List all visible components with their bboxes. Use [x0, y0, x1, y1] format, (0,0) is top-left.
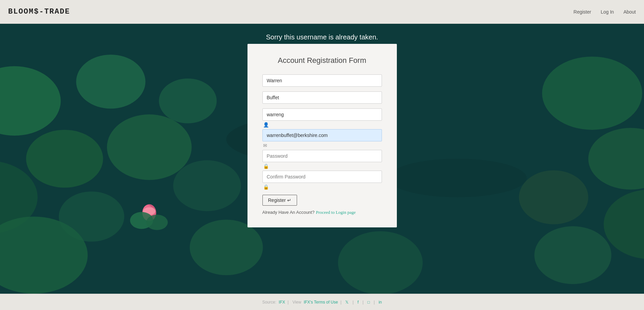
- svg-point-4: [76, 55, 145, 109]
- first-name-input[interactable]: [262, 74, 382, 87]
- person-icon: 👤: [263, 122, 382, 128]
- password-group: 🔒: [262, 150, 382, 169]
- proceed-to-login-link[interactable]: Proceed to Login page: [316, 210, 355, 215]
- username-group: 👤: [262, 108, 382, 128]
- brand-logo: BLOOM$-TRADE: [8, 7, 70, 16]
- linkedin-icon[interactable]: in: [379, 300, 382, 305]
- footer-divider-3: |: [351, 300, 355, 305]
- footer-divider-5: |: [372, 300, 376, 305]
- svg-point-23: [159, 79, 217, 123]
- navbar: BLOOM$-TRADE Register Log In About: [0, 0, 644, 24]
- footer-divider-1: |: [287, 300, 290, 305]
- confirm-password-group: 🔒: [262, 171, 382, 190]
- register-nav-link[interactable]: Register: [573, 9, 591, 15]
- login-nav-link[interactable]: Log In: [601, 9, 614, 15]
- envelope-icon: ✉: [263, 143, 382, 149]
- lock2-icon: 🔒: [263, 184, 382, 190]
- instagram-icon[interactable]: □: [367, 300, 370, 305]
- svg-point-20: [146, 214, 168, 230]
- svg-point-2: [26, 130, 103, 188]
- email-input[interactable]: [262, 129, 382, 141]
- svg-point-24: [173, 160, 241, 211]
- about-nav-link[interactable]: About: [623, 9, 636, 15]
- username-input[interactable]: [262, 108, 382, 121]
- footer-terms-link[interactable]: IFX's Terms of Use: [304, 300, 338, 305]
- error-message: Sorry this username is already taken.: [0, 24, 644, 44]
- svg-point-5: [107, 115, 192, 180]
- svg-point-22: [388, 159, 527, 197]
- main-area: Sorry this username is already taken. Ac…: [0, 24, 644, 294]
- login-redirect: Already Have An Account? Proceed to Logi…: [262, 209, 382, 215]
- footer-view-label: View: [293, 300, 301, 305]
- svg-point-13: [190, 220, 263, 275]
- svg-point-14: [338, 231, 423, 294]
- twitter-icon[interactable]: 𝕏: [345, 300, 349, 305]
- confirm-password-input[interactable]: [262, 171, 382, 183]
- footer-divider-2: |: [339, 300, 343, 305]
- form-title: Account Registration Form: [262, 56, 382, 65]
- footer: Source: IFX | View IFX's Terms of Use | …: [0, 294, 644, 310]
- nav-links: Register Log In About: [573, 9, 636, 15]
- email-group: ✉: [262, 129, 382, 149]
- footer-divider-4: |: [361, 300, 365, 305]
- svg-point-8: [542, 56, 642, 130]
- already-account-text: Already Have An Account?: [262, 210, 315, 215]
- footer-source-link[interactable]: IFX: [279, 300, 285, 305]
- register-button[interactable]: Register ↵: [262, 195, 297, 206]
- facebook-icon[interactable]: f: [357, 300, 358, 305]
- last-name-input[interactable]: [262, 91, 382, 104]
- password-input[interactable]: [262, 150, 382, 162]
- registration-form-card: Account Registration Form 👤 ✉ 🔒 🔒: [247, 44, 397, 227]
- svg-point-11: [519, 170, 588, 224]
- svg-point-12: [534, 226, 611, 284]
- footer-source-label: Source:: [262, 300, 276, 305]
- first-name-group: [262, 74, 382, 88]
- last-name-group: [262, 91, 382, 105]
- lock-icon: 🔒: [263, 163, 382, 169]
